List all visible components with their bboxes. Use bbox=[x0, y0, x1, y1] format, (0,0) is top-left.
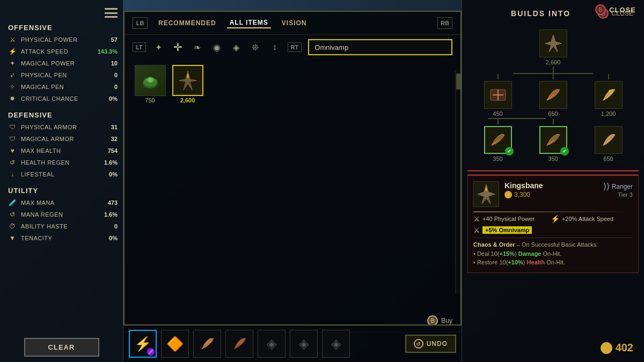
filter-trigger-rt[interactable]: RT bbox=[288, 42, 302, 52]
filter-icon-5[interactable]: ◈ bbox=[230, 41, 243, 54]
slot-feather-svg-1 bbox=[197, 334, 217, 353]
build-item-bot-1[interactable]: ✓ 350 bbox=[484, 119, 512, 162]
menu-icon[interactable] bbox=[105, 8, 118, 18]
stat-value-physical-pen: 0 bbox=[91, 72, 118, 78]
equipped-slot-1[interactable]: ⚡ 🧪 bbox=[129, 330, 157, 358]
gold-icon-large bbox=[601, 342, 612, 354]
stat-row-mana-regen: ↺ MANA REGEN 1.6% bbox=[0, 209, 123, 220]
build-item-box-mid-3 bbox=[595, 81, 623, 109]
item-detail-info: Kingsbane 3,300 bbox=[504, 181, 598, 198]
build-tree-bot-row: ✓ 350 ✓ 350 bbox=[470, 119, 636, 162]
stat-value-magical-armor: 32 bbox=[91, 136, 118, 142]
build-mid-3-svg bbox=[599, 85, 618, 105]
stat-name-physical-armor: PHYSICAL ARMOR bbox=[21, 124, 91, 130]
build-item-box-mid-1 bbox=[484, 81, 512, 109]
stat-row-physical-power: ⚔ PHYSICAL POWER 57 bbox=[0, 34, 123, 46]
check-badge-2: ✓ bbox=[560, 147, 569, 156]
connector-h-line bbox=[513, 73, 593, 74]
build-item-bot-2[interactable]: ✓ 350 bbox=[539, 119, 567, 162]
item-cell-2[interactable]: 2,600 bbox=[170, 65, 205, 104]
tab-recommended[interactable]: RECOMMENDED bbox=[156, 18, 219, 28]
component-item-svg bbox=[139, 69, 162, 92]
filter-icon-2[interactable]: ✛ bbox=[172, 41, 185, 54]
stat-row-magical-armor: 🛡 MAGICAL ARMOR 32 bbox=[0, 133, 123, 145]
slot-badge-1: 🧪 bbox=[147, 348, 155, 356]
speed-stat-icon: ⚡ bbox=[551, 215, 560, 223]
build-item-top[interactable]: 2,600 bbox=[539, 29, 567, 65]
equipped-slot-3[interactable] bbox=[193, 330, 221, 358]
build-cost-bot-2: 350 bbox=[548, 156, 558, 162]
equipped-slot-7[interactable]: ◈ bbox=[322, 330, 350, 358]
stat-value-lifesteal: 0% bbox=[91, 171, 118, 178]
passive-damage-label: Damage bbox=[518, 250, 541, 257]
stat-row-max-health: ♥ MAX HEALTH 754 bbox=[0, 145, 123, 157]
equipped-slot-4[interactable] bbox=[225, 330, 253, 358]
build-bot-1-svg bbox=[488, 130, 508, 150]
stat-value-mana-regen: 1.6% bbox=[91, 211, 118, 218]
filter-icon-1[interactable]: ✦ bbox=[152, 41, 165, 54]
clear-button[interactable]: CLEAR bbox=[24, 338, 99, 357]
undo-button[interactable]: ↺ UNDO bbox=[405, 335, 456, 353]
build-item-mid-2[interactable]: 650 bbox=[539, 74, 567, 117]
item-stat-omnivamp: ⚔ +5% Omnivamp bbox=[473, 226, 532, 234]
build-mid-2-svg bbox=[544, 85, 563, 105]
item-img-1 bbox=[135, 65, 166, 96]
stat-name-max-mana: MAX MANA bbox=[21, 200, 91, 206]
filter-trigger-lt[interactable]: LT bbox=[133, 42, 146, 52]
stat-row-magical-power: ✦ MAGICAL POWER 10 bbox=[0, 57, 123, 69]
stat-name-physical-pen: PHYSICAL PEN bbox=[21, 72, 91, 78]
item-stat-power-label: +40 Physical Power bbox=[482, 216, 535, 222]
bottom-bar: ⚡ 🧪 🔶 ◈ ◈ ◈ ↺ UNDO bbox=[123, 324, 462, 362]
equipped-slot-2[interactable]: 🔶 bbox=[161, 330, 189, 358]
connector-v-bot-2 bbox=[553, 119, 554, 124]
item-img-2 bbox=[172, 65, 203, 96]
equipped-slot-6[interactable]: ◈ bbox=[290, 330, 318, 358]
tab-vision[interactable]: VISION bbox=[279, 18, 310, 28]
filter-icon-4[interactable]: ◉ bbox=[210, 41, 223, 54]
build-cost-bot-1: 350 bbox=[493, 156, 502, 162]
haste-icon: ⏱ bbox=[8, 222, 17, 231]
connector-v-bot-3-spacer bbox=[608, 119, 609, 124]
item-cell-1[interactable]: 750 bbox=[133, 65, 167, 104]
filter-icon-7[interactable]: ↕ bbox=[268, 41, 281, 54]
connector-v-mid-3 bbox=[608, 74, 609, 79]
item-stat-omnivamp-label: +5% Omnivamp bbox=[482, 226, 532, 234]
slot-feather-svg-2 bbox=[230, 334, 249, 353]
close-button[interactable]: B CLOSE bbox=[595, 4, 636, 15]
item-detail-icon bbox=[473, 181, 499, 207]
build-item-bot-3[interactable]: 650 bbox=[595, 119, 623, 162]
scroll-indicator[interactable] bbox=[455, 71, 460, 294]
filter-icon-3[interactable]: ❧ bbox=[191, 41, 204, 54]
passive-title: Chaos & Order bbox=[473, 241, 515, 248]
rb-label: RB bbox=[441, 20, 449, 26]
build-tree: 2,600 450 bbox=[462, 24, 644, 170]
tab-trigger-lb[interactable]: LB bbox=[133, 17, 148, 29]
item-passive: Chaos & Order – On Successful Basic Atta… bbox=[473, 240, 633, 267]
passive-trigger-separator: – bbox=[517, 241, 522, 248]
build-item-mid-1[interactable]: 450 bbox=[484, 74, 512, 117]
stat-name-critical: CRITICAL CHANCE bbox=[21, 95, 91, 102]
stat-name-health-regen: HEALTH REGEN bbox=[21, 159, 91, 166]
tab-trigger-rb[interactable]: RB bbox=[437, 17, 452, 29]
search-input[interactable] bbox=[308, 39, 452, 55]
undo-label: UNDO bbox=[427, 340, 448, 348]
connector-h-bot bbox=[481, 118, 625, 119]
equipped-slot-5[interactable]: ◈ bbox=[258, 330, 286, 358]
stat-row-tenacity: ▼ TENACITY 0% bbox=[0, 232, 123, 244]
build-item-mid-3[interactable]: 1,200 bbox=[595, 74, 623, 117]
item-cost-value: 3,300 bbox=[514, 191, 530, 198]
filter-icon-6[interactable]: ❊ bbox=[249, 41, 262, 54]
build-item-box-bot-1: ✓ bbox=[484, 126, 512, 154]
stat-gap bbox=[537, 215, 548, 223]
stat-row-ability-haste: ⏱ ABILITY HASTE 0 bbox=[0, 220, 123, 232]
stat-name-magical-power: MAGICAL POWER bbox=[21, 60, 91, 67]
build-bot-2-svg bbox=[544, 130, 563, 150]
magical-pen-icon: ✧ bbox=[8, 83, 17, 91]
stat-value-tenacity: 0% bbox=[91, 235, 118, 241]
tab-all-items[interactable]: ALL ITEMS bbox=[227, 18, 271, 28]
filter-row: LT ✦ ✛ ❧ ◉ ◈ ❊ ↕ RT bbox=[125, 35, 460, 60]
connector-h-mid bbox=[486, 73, 620, 74]
gold-cost-icon bbox=[504, 191, 512, 198]
stat-value-physical-armor: 31 bbox=[91, 124, 118, 130]
build-cost-mid-3: 1,200 bbox=[601, 110, 616, 117]
